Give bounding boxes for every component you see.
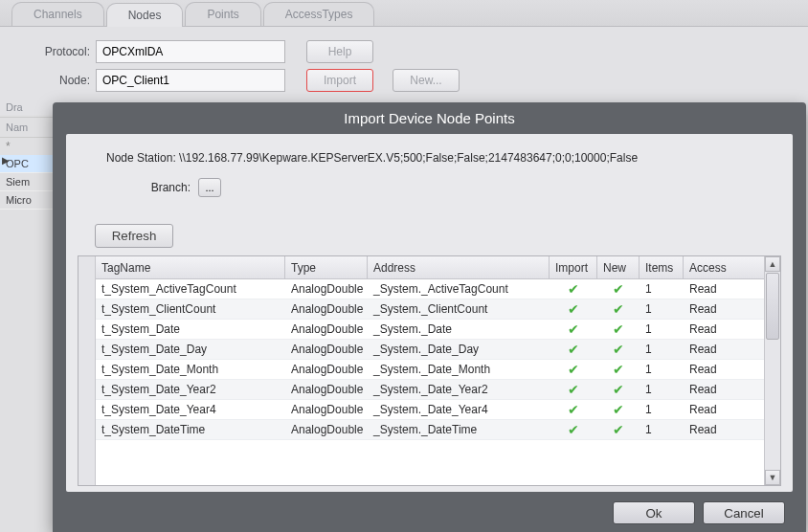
table-row[interactable]: t_System_Date_Year4AnalogDouble_System._… <box>96 400 764 420</box>
check-icon: ✔ <box>555 382 592 397</box>
cell-items: 1 <box>640 341 684 358</box>
cell-import[interactable]: ✔ <box>550 360 597 379</box>
scroll-track[interactable] <box>765 272 780 470</box>
table-row[interactable]: t_System_Date_MonthAnalogDouble_System._… <box>96 360 764 380</box>
cell-new[interactable]: ✔ <box>597 340 640 359</box>
left-row-micro[interactable]: Micro <box>0 191 54 210</box>
check-icon: ✔ <box>603 321 634 337</box>
node-station-label: Node Station: <box>106 151 179 165</box>
modal-title: Import Device Node Points <box>53 102 806 134</box>
cell-address: _System._Date_Year4 <box>368 401 550 418</box>
new-button[interactable]: New... <box>393 69 460 92</box>
cell-items: 1 <box>640 280 684 298</box>
table-row[interactable]: t_System_ClientCountAnalogDouble_System.… <box>96 299 764 320</box>
cell-type: AnalogDouble <box>285 321 368 338</box>
cell-new[interactable]: ✔ <box>597 400 640 419</box>
table-row[interactable]: t_System_Date_Year2AnalogDouble_System._… <box>96 380 764 400</box>
col-type[interactable]: Type <box>285 256 368 278</box>
grid-rows: t_System_ActiveTagCountAnalogDouble_Syst… <box>96 279 764 440</box>
check-icon: ✔ <box>603 281 634 297</box>
left-arrow-icon: ▶ <box>2 155 10 166</box>
table-row[interactable]: t_System_Date_DayAnalogDouble_System._Da… <box>96 340 764 360</box>
cell-access: Read <box>684 321 747 338</box>
cell-address: _System._Date_Month <box>368 361 550 378</box>
node-input[interactable] <box>96 69 285 92</box>
scroll-down-icon[interactable]: ▼ <box>765 470 780 485</box>
cell-address: _System._Date_Day <box>368 341 550 358</box>
cell-import[interactable]: ✔ <box>550 299 597 319</box>
ok-button[interactable]: Ok <box>613 501 695 524</box>
check-icon: ✔ <box>555 301 592 317</box>
cell-tagname: t_System_ClientCount <box>96 300 285 318</box>
col-access[interactable]: Access <box>684 256 747 278</box>
branch-label: Branch: <box>106 181 191 194</box>
cell-access: Read <box>684 361 747 378</box>
cell-type: AnalogDouble <box>285 280 368 298</box>
cell-address: _System._ClientCount <box>368 300 550 318</box>
check-icon: ✔ <box>603 301 634 317</box>
cell-import[interactable]: ✔ <box>550 320 597 339</box>
col-import[interactable]: Import <box>550 256 597 278</box>
protocol-input[interactable] <box>96 40 285 63</box>
cell-type: AnalogDouble <box>285 401 368 418</box>
left-row-siem[interactable]: Siem <box>0 173 54 191</box>
cell-type: AnalogDouble <box>285 341 368 358</box>
branch-browse-button[interactable]: ... <box>198 178 221 197</box>
tab-points[interactable]: Points <box>185 2 260 26</box>
tab-nodes[interactable]: Nodes <box>106 3 184 27</box>
col-tagname[interactable]: TagName <box>96 256 285 278</box>
modal-footer: Ok Cancel <box>53 492 806 532</box>
cell-import[interactable]: ✔ <box>550 420 597 439</box>
cancel-button[interactable]: Cancel <box>703 501 785 524</box>
refresh-button[interactable]: Refresh <box>95 224 173 248</box>
cell-access: Read <box>684 300 747 318</box>
tab-accesstypes[interactable]: AccessTypes <box>263 2 375 26</box>
grid-scrollbar[interactable]: ▲ ▼ <box>764 256 780 485</box>
grid-gutter <box>79 256 96 485</box>
col-items[interactable]: Items <box>640 256 684 278</box>
scroll-thumb[interactable] <box>766 273 779 340</box>
grid: TagName Type Address Import New Items Ac… <box>78 255 781 486</box>
check-icon: ✔ <box>555 321 592 337</box>
cell-tagname: t_System_Date <box>96 321 285 338</box>
check-icon: ✔ <box>603 402 634 417</box>
cell-tagname: t_System_Date_Month <box>96 361 285 378</box>
cell-new[interactable]: ✔ <box>597 279 640 299</box>
cell-items: 1 <box>640 321 684 338</box>
table-row[interactable]: t_System_ActiveTagCountAnalogDouble_Syst… <box>96 279 764 299</box>
scroll-up-icon[interactable]: ▲ <box>765 256 780 272</box>
cell-access: Read <box>684 341 747 358</box>
cell-tagname: t_System_Date_Year2 <box>96 381 285 398</box>
col-address[interactable]: Address <box>368 256 550 278</box>
col-new[interactable]: New <box>597 256 640 278</box>
check-icon: ✔ <box>603 362 634 377</box>
cell-new[interactable]: ✔ <box>597 320 640 339</box>
cell-import[interactable]: ✔ <box>550 380 597 399</box>
import-button[interactable]: Import <box>306 69 373 92</box>
cell-access: Read <box>684 280 747 298</box>
left-hdr-drag: Dra <box>0 98 54 118</box>
node-station-line: Node Station: \\192.168.77.99\Kepware.KE… <box>78 144 781 168</box>
protocol-label: Protocol: <box>11 45 96 58</box>
cell-type: AnalogDouble <box>285 361 368 378</box>
cell-items: 1 <box>640 401 684 418</box>
check-icon: ✔ <box>555 281 592 297</box>
left-star: * <box>0 138 54 155</box>
table-row[interactable]: t_System_DateTimeAnalogDouble_System._Da… <box>96 420 764 440</box>
left-list: Dra Nam * ▶ OPC Siem Micro <box>0 98 54 210</box>
cell-import[interactable]: ✔ <box>550 279 597 299</box>
cell-items: 1 <box>640 421 684 438</box>
cell-tagname: t_System_DateTime <box>96 421 285 438</box>
help-button[interactable]: Help <box>306 40 373 63</box>
node-label: Node: <box>11 74 96 87</box>
cell-import[interactable]: ✔ <box>550 340 597 359</box>
cell-type: AnalogDouble <box>285 381 368 398</box>
cell-new[interactable]: ✔ <box>597 420 640 439</box>
cell-import[interactable]: ✔ <box>550 400 597 419</box>
cell-new[interactable]: ✔ <box>597 299 640 319</box>
table-row[interactable]: t_System_DateAnalogDouble_System._Date✔✔… <box>96 320 764 340</box>
tab-channels[interactable]: Channels <box>11 2 104 26</box>
cell-new[interactable]: ✔ <box>597 380 640 399</box>
cell-new[interactable]: ✔ <box>597 360 640 379</box>
cell-type: AnalogDouble <box>285 421 368 438</box>
